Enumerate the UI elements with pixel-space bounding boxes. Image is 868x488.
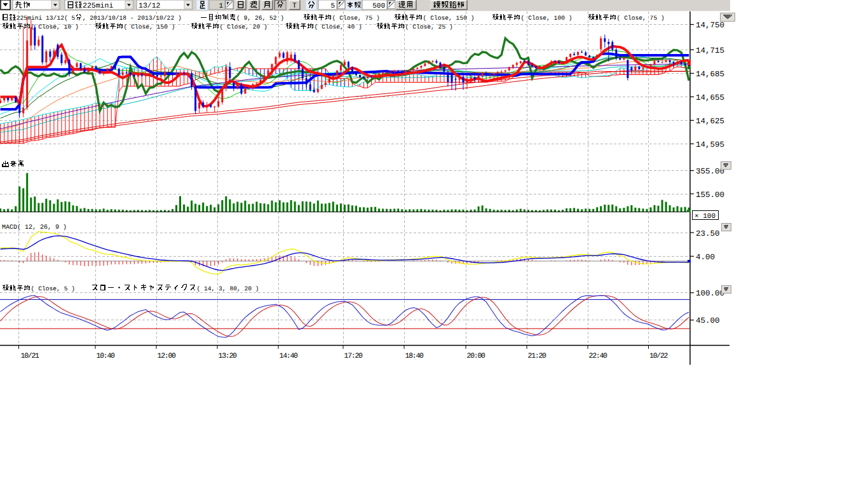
svg-text:10/22: 10/22 — [649, 352, 668, 360]
svg-text:( Close, 5 ): ( Close, 5 ) — [31, 285, 75, 292]
svg-text:1: 1 — [219, 3, 223, 10]
svg-text:225mini 13/12( 5: 225mini 13/12( 5 — [17, 15, 76, 22]
svg-text:14,655: 14,655 — [696, 93, 724, 102]
svg-text:( Close, 20 ): ( Close, 20 ) — [220, 24, 268, 30]
svg-text:20:00: 20:00 — [467, 352, 486, 360]
svg-text:( 14, 3, 80, 20 ): ( 14, 3, 80, 20 ) — [196, 285, 259, 292]
svg-text:225mini: 225mini — [83, 2, 113, 10]
svg-text:( Close, 150 ): ( Close, 150 ) — [124, 24, 175, 30]
svg-text:10:40: 10:40 — [97, 352, 116, 360]
svg-text:155.00: 155.00 — [696, 191, 724, 200]
svg-text:( Close, 10 ): ( Close, 10 ) — [31, 24, 79, 30]
svg-text:, 2013/10/18 - 2013/10/22 ): , 2013/10/18 - 2013/10/22 ) — [83, 15, 182, 22]
svg-text:T: T — [292, 2, 297, 10]
svg-text:( Close, 25 ): ( Close, 25 ) — [405, 24, 453, 30]
svg-text:( Close, 40 ): ( Close, 40 ) — [315, 24, 362, 30]
svg-text:14,595: 14,595 — [696, 140, 724, 149]
svg-text:17:20: 17:20 — [344, 352, 363, 360]
svg-text:× 100: × 100 — [695, 213, 715, 220]
svg-text:( Close, 75 ): ( Close, 75 ) — [332, 15, 380, 22]
svg-text:100.00: 100.00 — [696, 289, 724, 298]
svg-text:14,750: 14,750 — [696, 21, 724, 30]
svg-text:21:20: 21:20 — [528, 352, 547, 360]
svg-text:( Close, 75 ): ( Close, 75 ) — [617, 15, 665, 22]
svg-text:18:40: 18:40 — [405, 352, 424, 360]
svg-text:22:40: 22:40 — [589, 352, 608, 360]
svg-text:13/12: 13/12 — [139, 2, 161, 10]
svg-text:14,715: 14,715 — [696, 46, 724, 55]
svg-text:12:00: 12:00 — [158, 352, 177, 360]
svg-text:13:20: 13:20 — [219, 352, 238, 360]
svg-text:14:40: 14:40 — [280, 352, 299, 360]
svg-text:14,625: 14,625 — [696, 117, 724, 126]
svg-text:4.00: 4.00 — [696, 253, 715, 262]
svg-text:14,685: 14,685 — [696, 70, 724, 79]
svg-text:( Close, 100 ): ( Close, 100 ) — [521, 15, 573, 22]
svg-text:( 9, 26, 52 ): ( 9, 26, 52 ) — [236, 15, 284, 22]
svg-text:10/21: 10/21 — [21, 352, 40, 360]
svg-text:45.00: 45.00 — [696, 316, 720, 325]
svg-text:MACD( 12, 26, 9 ): MACD( 12, 26, 9 ) — [2, 224, 67, 231]
svg-text:( Close, 150 ): ( Close, 150 ) — [423, 15, 475, 22]
svg-text:23.50: 23.50 — [696, 229, 720, 238]
svg-text:5: 5 — [330, 3, 335, 10]
svg-text:355.00: 355.00 — [696, 167, 724, 176]
svg-text:500: 500 — [372, 3, 385, 10]
